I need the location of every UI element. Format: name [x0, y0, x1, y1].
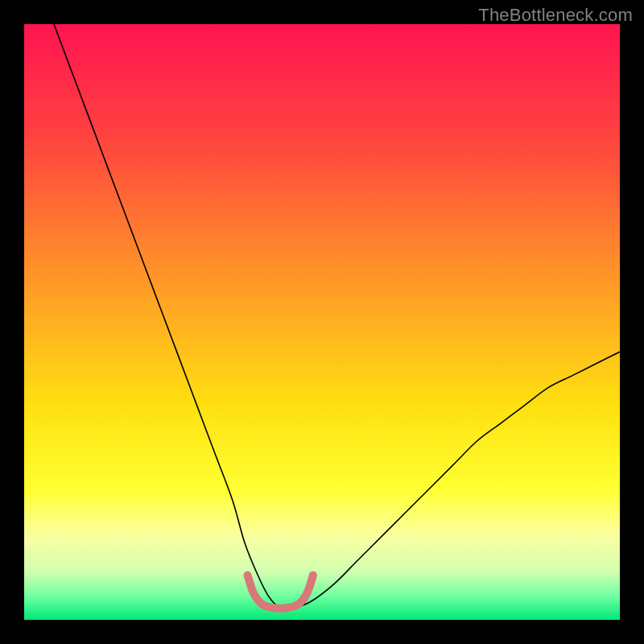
watermark-label: TheBottleneck.com — [478, 5, 633, 26]
chart-canvas — [24, 24, 620, 620]
chart-background — [24, 24, 620, 620]
